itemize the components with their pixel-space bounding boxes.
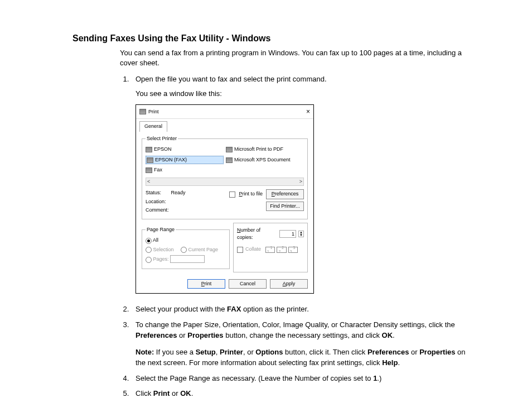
printer-label: EPSON (FAX) xyxy=(155,156,187,164)
printer-list: EPSON Microsoft Print to PDF EPSON (FAX)… xyxy=(146,146,304,174)
note-label: Note: xyxy=(136,348,154,356)
print-button[interactable]: Print xyxy=(187,279,225,289)
radio-icon xyxy=(146,257,152,263)
status-value: Ready xyxy=(171,190,186,195)
text: option as the printer. xyxy=(241,305,308,313)
location-label: Location: xyxy=(146,198,226,206)
text-bold: OK xyxy=(382,331,393,339)
printer-label: Microsoft XPS Document xyxy=(234,156,291,164)
copies-group: Number of copies: ▲▼ Collate 112233 xyxy=(233,223,308,272)
page-range-group: Page Range All Selection Current Page Pa… xyxy=(142,226,230,269)
select-printer-group: Select Printer EPSON Microsoft Print to … xyxy=(142,135,308,219)
dialog-tabs: General xyxy=(136,119,313,132)
cancel-button[interactable]: Cancel xyxy=(229,279,267,289)
text-bold: Print xyxy=(153,389,170,397)
note-block: Note: If you see a Setup, Printer, or Op… xyxy=(136,347,471,368)
text: button, change the necessary settings, a… xyxy=(224,331,382,339)
step-4: Select the Page Range as necessary. (Lea… xyxy=(131,373,471,384)
step-1-text: Open the file you want to fax and select… xyxy=(136,75,327,83)
text: , or xyxy=(243,348,255,356)
copies-label: Number of copies: xyxy=(237,227,277,242)
print-to-file-checkbox[interactable] xyxy=(229,191,235,198)
page-range-legend: Page Range xyxy=(146,226,176,234)
printer-icon xyxy=(226,147,233,152)
chevron-left-icon[interactable]: < xyxy=(147,178,150,186)
status-label: Status: xyxy=(146,190,161,195)
text: Select the Page Range as necessary. (Lea… xyxy=(136,374,373,382)
printer-item[interactable]: Fax xyxy=(146,166,224,174)
chevron-right-icon[interactable]: > xyxy=(299,178,302,186)
radio-pages-label: Pages: xyxy=(153,256,169,262)
radio-pages: Pages: xyxy=(146,255,226,264)
dialog-title: Print xyxy=(148,108,159,116)
text-bold: Printer xyxy=(220,348,243,356)
text-bold: Options xyxy=(255,348,283,356)
printer-scrollbar[interactable]: < > xyxy=(146,178,304,186)
copies-spinner[interactable]: ▲▼ xyxy=(298,231,304,237)
text: . xyxy=(398,358,400,367)
radio-icon xyxy=(146,238,152,244)
printer-icon xyxy=(226,157,233,163)
page-title: Sending Faxes Using the Fax Utility - Wi… xyxy=(72,33,471,44)
collate-label: Collate xyxy=(245,246,261,253)
printer-icon xyxy=(147,157,153,163)
text: . xyxy=(393,331,395,339)
radio-icon xyxy=(146,247,152,253)
radio-all[interactable]: All xyxy=(146,237,226,245)
print-dialog: Print × General Select Printer EPSON Mic… xyxy=(136,104,314,294)
step-5: Click Print or OK. xyxy=(131,388,471,399)
dialog-footer: Print Cancel Apply xyxy=(136,276,313,294)
printer-icon xyxy=(146,167,152,173)
step-3: To change the Paper Size, Orientation, C… xyxy=(131,319,471,368)
dialog-titlebar: Print × xyxy=(136,105,313,119)
text-bold: Properties xyxy=(187,331,223,339)
text: or xyxy=(409,348,419,356)
step-1: Open the file you want to fax and select… xyxy=(131,74,471,294)
printer-label: Microsoft Print to PDF xyxy=(234,146,283,154)
text-bold: Setup xyxy=(196,348,216,356)
text-bold: FAX xyxy=(227,305,241,313)
status-left: Status: Ready Location: Comment: xyxy=(146,189,226,215)
find-printer-button[interactable]: Find Printer... xyxy=(266,202,304,212)
printer-icon xyxy=(139,109,146,114)
radio-icon xyxy=(181,247,187,253)
text: .) xyxy=(377,374,381,382)
radio-selection: Selection Current Page xyxy=(146,246,226,254)
tab-general[interactable]: General xyxy=(139,121,167,132)
step-1-sub: You see a window like this: xyxy=(136,88,471,99)
step-2: Select your product with the FAX option … xyxy=(131,304,471,315)
printer-label: Fax xyxy=(154,166,162,174)
radio-current-label: Current Page xyxy=(188,247,219,252)
text: Click xyxy=(136,389,153,397)
radio-all-label: All xyxy=(153,237,158,243)
printer-label: EPSON xyxy=(154,146,172,154)
printer-item-selected[interactable]: EPSON (FAX) xyxy=(146,156,224,165)
print-to-file-label: Print to file xyxy=(239,190,263,198)
text: To change the Paper Size, Orientation, C… xyxy=(136,320,455,329)
close-icon[interactable]: × xyxy=(306,107,310,117)
text-bold: Help xyxy=(382,358,398,367)
text: , xyxy=(216,348,220,356)
text: Select your product with the xyxy=(136,305,227,313)
text: or xyxy=(170,389,180,397)
comment-label: Comment: xyxy=(146,207,226,214)
apply-button[interactable]: Apply xyxy=(270,279,308,289)
text-bold: Preferences xyxy=(367,348,409,356)
text-bold: OK xyxy=(180,389,191,397)
printer-item[interactable]: EPSON xyxy=(146,146,224,154)
copies-input[interactable] xyxy=(279,230,296,238)
radio-selection-label: Selection xyxy=(153,247,174,252)
printer-item[interactable]: Microsoft XPS Document xyxy=(226,156,304,165)
collate-icon: 112233 xyxy=(265,245,299,254)
select-printer-legend: Select Printer xyxy=(146,135,178,143)
collate-checkbox xyxy=(237,247,243,253)
pages-input[interactable] xyxy=(170,255,205,263)
printer-item[interactable]: Microsoft Print to PDF xyxy=(226,146,304,154)
preferences-button[interactable]: Preferences xyxy=(266,189,304,199)
text: If you see a xyxy=(154,348,195,356)
intro-text: You can send a fax from a printing progr… xyxy=(120,48,471,68)
text-bold: Preferences xyxy=(136,331,177,339)
text: . xyxy=(191,389,194,397)
printer-icon xyxy=(146,147,152,152)
text: button, click it. Then click xyxy=(283,348,367,356)
